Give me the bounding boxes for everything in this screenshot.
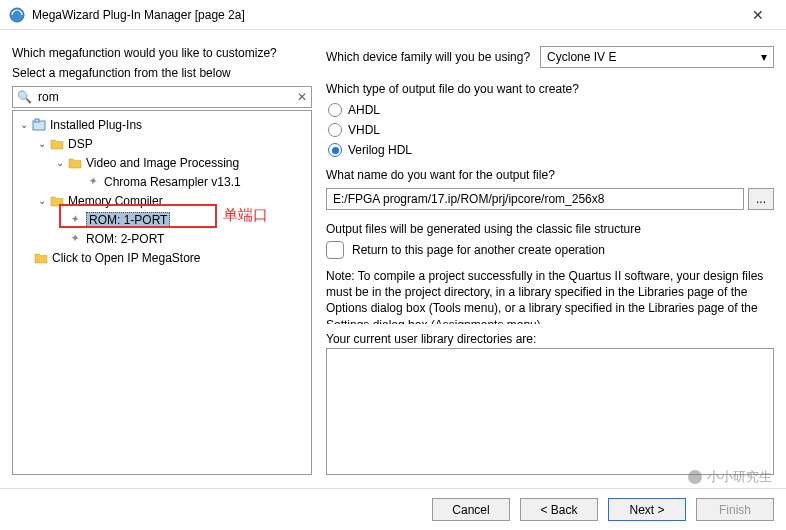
tree-label: Click to Open IP MegaStore bbox=[52, 251, 201, 265]
back-button[interactable]: < Back bbox=[520, 498, 598, 521]
tree-node-megastore[interactable]: Click to Open IP MegaStore bbox=[15, 248, 309, 267]
right-pane: Which device family will you be using? C… bbox=[312, 40, 774, 475]
expand-icon[interactable]: ⌄ bbox=[53, 157, 67, 168]
wand-icon: ✦ bbox=[67, 212, 83, 228]
btn-label: < Back bbox=[540, 503, 577, 517]
annotation-label: 单端口 bbox=[223, 206, 268, 225]
radio-label: VHDL bbox=[348, 123, 380, 137]
device-family-combo[interactable]: Cyclone IV E ▾ bbox=[540, 46, 774, 68]
tree-label: Installed Plug-Ins bbox=[50, 118, 142, 132]
radio-label: Verilog HDL bbox=[348, 143, 412, 157]
svg-rect-2 bbox=[35, 119, 39, 122]
output-type-label: Which type of output file do you want to… bbox=[326, 82, 774, 96]
btn-label: Cancel bbox=[452, 503, 489, 517]
folder-icon bbox=[49, 193, 65, 209]
checkbox-icon[interactable] bbox=[326, 241, 344, 259]
megafunction-tree[interactable]: ⌄ Installed Plug-Ins ⌄ DSP ⌄ Video and I… bbox=[12, 110, 312, 475]
expand-icon[interactable]: ⌄ bbox=[35, 195, 49, 206]
device-family-label: Which device family will you be using? bbox=[326, 50, 530, 64]
titlebar: MegaWizard Plug-In Manager [page 2a] ✕ bbox=[0, 0, 786, 30]
tree-label: Chroma Resampler v13.1 bbox=[104, 175, 241, 189]
tree-label: DSP bbox=[68, 137, 93, 151]
search-input[interactable] bbox=[36, 89, 297, 105]
prompt-customize: Which megafunction would you like to cus… bbox=[12, 46, 312, 60]
checkbox-label: Return to this page for another create o… bbox=[352, 243, 605, 257]
app-icon bbox=[8, 6, 26, 24]
next-button[interactable]: Next > bbox=[608, 498, 686, 521]
tree-label: Memory Compiler bbox=[68, 194, 163, 208]
tree-node-vip[interactable]: ⌄ Video and Image Processing bbox=[15, 153, 309, 172]
chevron-down-icon: ▾ bbox=[761, 50, 767, 64]
tree-label-selected: ROM: 1-PORT bbox=[86, 212, 170, 228]
tree-label: ROM: 2-PORT bbox=[86, 232, 164, 246]
search-field-wrap: 🔍 ✕ bbox=[12, 86, 312, 108]
radio-label: AHDL bbox=[348, 103, 380, 117]
library-list[interactable] bbox=[326, 348, 774, 475]
lib-label: Your current user library directories ar… bbox=[326, 332, 774, 346]
cancel-button[interactable]: Cancel bbox=[432, 498, 510, 521]
folder-icon bbox=[67, 155, 83, 171]
left-pane: Which megafunction would you like to cus… bbox=[12, 40, 312, 475]
btn-label: Finish bbox=[719, 503, 751, 517]
prompt-select: Select a megafunction from the list belo… bbox=[12, 66, 312, 80]
output-file-input[interactable] bbox=[326, 188, 744, 210]
tree-node-installed[interactable]: ⌄ Installed Plug-Ins bbox=[15, 115, 309, 134]
close-button[interactable]: ✕ bbox=[738, 7, 778, 23]
radio-vhdl[interactable]: VHDL bbox=[328, 123, 774, 137]
btn-label: Next > bbox=[629, 503, 664, 517]
footer: Cancel < Back Next > Finish bbox=[0, 488, 786, 530]
tree-node-rom2[interactable]: ✦ ROM: 2-PORT bbox=[15, 229, 309, 248]
wand-icon: ✦ bbox=[67, 231, 83, 247]
compile-note: Note: To compile a project successfully … bbox=[326, 268, 774, 324]
browse-button[interactable]: ... bbox=[748, 188, 774, 210]
wand-icon: ✦ bbox=[85, 174, 101, 190]
radio-ahdl[interactable]: AHDL bbox=[328, 103, 774, 117]
radio-verilog[interactable]: Verilog HDL bbox=[328, 143, 774, 157]
clear-search-icon[interactable]: ✕ bbox=[297, 90, 307, 104]
folder-icon bbox=[49, 136, 65, 152]
tree-node-chroma[interactable]: ✦ Chroma Resampler v13.1 bbox=[15, 172, 309, 191]
tree-label: Video and Image Processing bbox=[86, 156, 239, 170]
window-title: MegaWizard Plug-In Manager [page 2a] bbox=[32, 8, 738, 22]
output-name-label: What name do you want for the output fil… bbox=[326, 168, 774, 182]
combo-value: Cyclone IV E bbox=[547, 50, 616, 64]
return-checkbox-row[interactable]: Return to this page for another create o… bbox=[326, 241, 774, 259]
plugins-icon bbox=[31, 117, 47, 133]
finish-button: Finish bbox=[696, 498, 774, 521]
expand-icon[interactable]: ⌄ bbox=[17, 119, 31, 130]
classic-note: Output files will be generated using the… bbox=[326, 222, 774, 236]
expand-icon[interactable]: ⌄ bbox=[35, 138, 49, 149]
browse-label: ... bbox=[756, 192, 766, 206]
tree-node-dsp[interactable]: ⌄ DSP bbox=[15, 134, 309, 153]
search-icon: 🔍 bbox=[17, 90, 32, 104]
folder-icon bbox=[33, 250, 49, 266]
